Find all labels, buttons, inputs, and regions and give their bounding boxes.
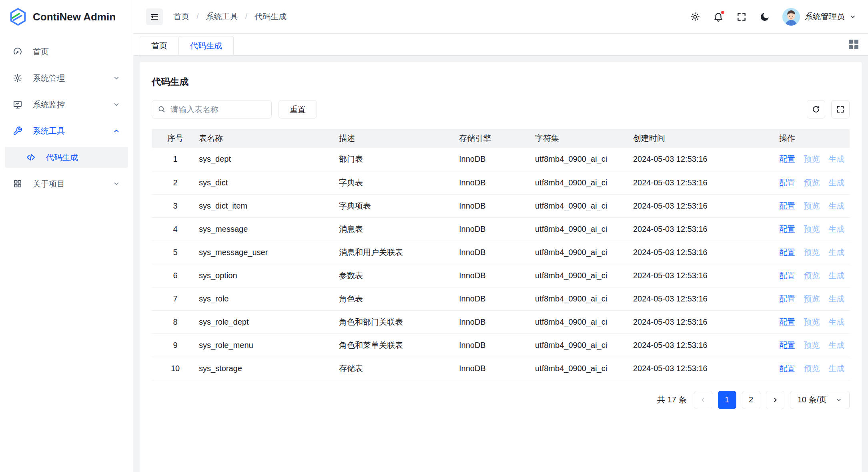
cell-charset: utf8mb4_0900_ai_ci (535, 241, 633, 264)
table-row: 6 sys_option 参数表 InnoDB utf8mb4_0900_ai_… (152, 264, 850, 287)
chevron-down-icon (850, 14, 856, 20)
tab-list-icon[interactable] (849, 40, 858, 49)
configure-link[interactable]: 配置 (779, 364, 795, 373)
sidebar-item-system-tools[interactable]: 系统工具 (5, 121, 128, 141)
sidebar-item-home[interactable]: 首页 (5, 41, 128, 62)
logo[interactable]: ContiNew Admin (0, 0, 133, 34)
cell-charset: utf8mb4_0900_ai_ci (535, 287, 633, 310)
cell-engine: InnoDB (459, 148, 535, 171)
column-header-description: 描述 (339, 129, 459, 148)
cell-created-time: 2024-05-03 12:53:16 (633, 148, 779, 171)
generate-link[interactable]: 生成 (828, 225, 844, 233)
table-fullscreen-button[interactable] (831, 100, 850, 119)
cell-engine: InnoDB (459, 333, 535, 357)
cell-table-name: sys_message_user (199, 241, 339, 264)
breadcrumb-item-code-generation[interactable]: 代码生成 (255, 11, 287, 22)
generate-link[interactable]: 生成 (828, 201, 844, 210)
cell-table-name: sys_role_menu (199, 333, 339, 357)
top-bar: 首页 / 系统工具 / 代码生成 (133, 0, 868, 34)
reset-button[interactable]: 重置 (279, 100, 317, 119)
user-menu[interactable]: 系统管理员 (782, 8, 856, 26)
cell-no: 10 (152, 357, 199, 380)
preview-link[interactable]: 预览 (804, 317, 820, 326)
cell-table-name: sys_storage (199, 357, 339, 380)
notification-button[interactable] (713, 11, 724, 22)
generate-link[interactable]: 生成 (828, 178, 844, 187)
refresh-icon (812, 105, 820, 114)
table-row: 4 sys_message 消息表 InnoDB utf8mb4_0900_ai… (152, 217, 850, 241)
preview-link[interactable]: 预览 (804, 248, 820, 257)
cell-description: 消息和用户关联表 (339, 241, 459, 264)
settings-icon (690, 12, 700, 22)
generate-link[interactable]: 生成 (828, 271, 844, 280)
table-row: 10 sys_storage 存储表 InnoDB utf8mb4_0900_a… (152, 357, 850, 380)
page-2-button[interactable]: 2 (742, 391, 760, 409)
preview-link[interactable]: 预览 (804, 225, 820, 233)
page-1-button[interactable]: 1 (718, 391, 736, 409)
preview-link[interactable]: 预览 (804, 294, 820, 303)
generate-link[interactable]: 生成 (828, 317, 844, 326)
dark-mode-button[interactable] (759, 11, 770, 22)
preview-link[interactable]: 预览 (804, 201, 820, 210)
generate-link[interactable]: 生成 (828, 341, 844, 349)
cell-no: 5 (152, 241, 199, 264)
sidebar-item-system-management[interactable]: 系统管理 (5, 68, 128, 88)
configure-link[interactable]: 配置 (779, 155, 795, 163)
cell-created-time: 2024-05-03 12:53:16 (633, 333, 779, 357)
cell-actions: 配置 预览 生成 (779, 194, 850, 217)
cell-engine: InnoDB (459, 171, 535, 194)
collapse-sidebar-button[interactable] (146, 8, 163, 25)
cell-engine: InnoDB (459, 217, 535, 241)
search-input[interactable] (170, 104, 266, 114)
sidebar-item-label: 首页 (33, 46, 49, 57)
breadcrumb-item-system-tools[interactable]: 系统工具 (206, 11, 238, 22)
configure-link[interactable]: 配置 (779, 271, 795, 280)
sidebar-item-system-monitor[interactable]: 系统监控 (5, 94, 128, 115)
preview-link[interactable]: 预览 (804, 155, 820, 163)
cell-description: 字典项表 (339, 194, 459, 217)
breadcrumb-separator: / (245, 12, 248, 21)
table-row: 2 sys_dict 字典表 InnoDB utf8mb4_0900_ai_ci… (152, 171, 850, 194)
settings-button[interactable] (690, 11, 701, 22)
generate-link[interactable]: 生成 (828, 248, 844, 257)
generate-link[interactable]: 生成 (828, 155, 844, 163)
refresh-button[interactable] (807, 100, 825, 119)
configure-link[interactable]: 配置 (779, 201, 795, 210)
chevron-down-icon (836, 397, 842, 403)
fullscreen-button[interactable] (736, 11, 747, 22)
cell-actions: 配置 预览 生成 (779, 357, 850, 380)
preview-link[interactable]: 预览 (804, 271, 820, 280)
cell-description: 字典表 (339, 171, 459, 194)
cell-created-time: 2024-05-03 12:53:16 (633, 357, 779, 380)
breadcrumb-item-home[interactable]: 首页 (173, 11, 189, 22)
configure-link[interactable]: 配置 (779, 341, 795, 349)
sidebar-item-about-project[interactable]: 关于项目 (5, 173, 128, 194)
prev-page-button[interactable] (694, 391, 712, 409)
tab-code-generation[interactable]: 代码生成 (178, 36, 234, 55)
configure-link[interactable]: 配置 (779, 248, 795, 257)
sidebar-nav: 首页 系统管理 (0, 34, 133, 202)
dark-mode-icon (760, 12, 770, 22)
generate-link[interactable]: 生成 (828, 364, 844, 373)
cell-no: 9 (152, 333, 199, 357)
configure-link[interactable]: 配置 (779, 225, 795, 233)
preview-link[interactable]: 预览 (804, 364, 820, 373)
settings-icon (13, 73, 22, 83)
cell-created-time: 2024-05-03 12:53:16 (633, 171, 779, 194)
tab-label: 代码生成 (190, 40, 222, 51)
next-page-button[interactable] (766, 391, 784, 409)
cell-actions: 配置 预览 生成 (779, 264, 850, 287)
sidebar-item-code-generation[interactable]: 代码生成 (5, 147, 128, 168)
configure-link[interactable]: 配置 (779, 178, 795, 187)
tab-home[interactable]: 首页 (140, 36, 179, 55)
configure-link[interactable]: 配置 (779, 294, 795, 303)
wrench-icon (13, 126, 22, 136)
preview-link[interactable]: 预览 (804, 178, 820, 187)
generate-link[interactable]: 生成 (828, 294, 844, 303)
cell-description: 参数表 (339, 264, 459, 287)
preview-link[interactable]: 预览 (804, 341, 820, 349)
app-title: ContiNew Admin (33, 11, 116, 23)
configure-link[interactable]: 配置 (779, 317, 795, 326)
page-size-select[interactable]: 10 条/页 (790, 391, 850, 409)
search-icon (158, 105, 166, 113)
